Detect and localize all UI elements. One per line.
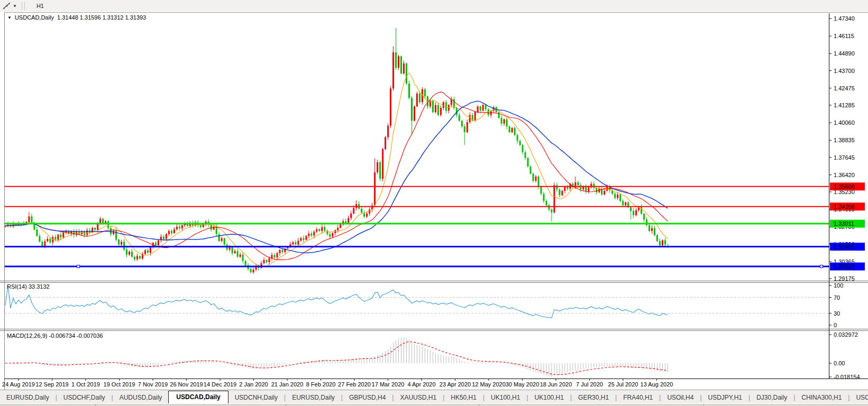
candle-body [443,102,444,108]
top-toolbar: ▼ M1M5M15M30H1H4D1W1MN [0,0,868,12]
candle-body [619,195,621,201]
date-label: 21 Jan 2020 [271,381,304,387]
price-line-badge-label: 1.33011 [834,220,854,227]
candle-body [543,194,545,201]
candle-body [448,105,450,111]
candle-body [400,57,402,74]
date-label: 1 Oct 2019 [71,381,100,387]
hline-handle[interactable] [820,265,823,268]
candle-body [62,233,64,237]
candle-body [310,234,312,236]
price-tick-label: 1.41285 [834,102,855,108]
candle-body [641,207,642,214]
candle-body [509,126,510,132]
tab-eurusd-daily[interactable]: EURUSD,Daily [286,392,341,404]
candle-body [467,122,468,132]
tab-gbpusd-h4[interactable]: GBPUSD,H4 [343,392,392,404]
price-line-badge-label: 1.30022 [834,263,855,270]
candle-body [31,216,32,222]
candle-body [546,201,547,205]
candle-body [559,189,560,195]
tab-usdjpy-h1[interactable]: USDJPY,H1 [702,392,748,404]
chart-canvas[interactable]: 1.473401.461151.448901.437001.424751.412… [0,12,868,390]
candle-body [303,238,304,240]
tab-usoil-h4[interactable]: USOil,H4 [661,392,700,404]
timeframe-button-h1[interactable]: H1 [30,1,54,11]
tab-uk100-h1[interactable]: UK100,H1 [528,392,570,404]
candle-body [242,255,244,261]
candle-body [147,251,149,253]
candle-body [110,228,112,234]
candle-body [282,250,284,252]
candle-body [245,261,246,265]
tab-usoil-h1[interactable]: USOil,H1 [849,392,868,404]
candle-body [501,118,502,124]
candle-body [107,222,109,228]
candle-body [432,101,434,113]
candle-body [369,209,370,214]
candle-body [47,239,48,242]
candle-body [253,270,254,272]
trendline-tool-button[interactable]: ▼ [1,2,19,11]
candle-body [464,126,465,132]
candle-body [266,260,268,262]
macd-indicator-label: MACD(12,26,9) -0.006734 -0.007036 [7,333,103,339]
candle-body [522,145,524,152]
candle-body [297,241,299,244]
price-tick-label: 1.29175 [834,275,855,282]
candle-body [593,184,595,188]
tab-eurusd-daily[interactable]: EURUSD,Daily [0,392,56,404]
tab-dj30-daily[interactable]: DJ30,Daily [750,392,793,404]
status-divider [286,404,286,406]
tab-xauusd-h1[interactable]: XAUUSD,H1 [394,392,443,404]
date-label: 30 May 2020 [506,381,540,387]
candle-body [340,225,341,228]
candle-body [379,162,381,179]
candle-body [200,225,202,227]
trendline-tool-icon [3,2,11,10]
macd-tick-label: 0.00 [834,360,845,366]
candle-body [485,105,487,109]
candle-body [94,228,96,230]
symbol-dropdown-icon[interactable]: ▼ [7,15,12,20]
candle-body [445,102,447,110]
candle-body [654,228,655,236]
candle-body [514,128,516,135]
candle-body [279,250,281,253]
candle-body [648,225,650,231]
candle-body [596,188,597,192]
tab-audusd-daily[interactable]: AUDUSD,Daily [113,392,169,404]
candle-body [474,112,476,121]
candle-body [419,94,421,102]
candle-body [408,84,410,98]
candle-body [556,185,558,189]
candle-body [269,258,270,262]
tab-ger30-h1[interactable]: GER30,H1 [572,392,615,404]
tab-uk100-h1[interactable]: UK100,H1 [485,392,526,404]
date-label: 18 Jun 2020 [540,381,572,387]
candle-body [630,207,632,211]
chart-tab-bar: EURUSD,Daily|USDCHF,Daily|AUDUSD,DailyUS… [0,390,868,404]
candle-body [155,243,157,245]
tab-usdcad-daily[interactable]: USDCAD,Daily [168,391,228,404]
tab-fra40-h1[interactable]: FRA40,H1 [617,392,659,404]
candle-body [385,137,386,150]
tab-hk50-h1[interactable]: HK50,H1 [444,392,483,404]
candle-body [329,234,331,237]
toolbar-grip[interactable] [22,2,25,10]
price-line-badge-label: 1.34206 [834,204,855,210]
tab-usdchf-daily[interactable]: USDCHF,Daily [57,392,112,404]
candle-body [538,177,540,187]
hline-handle[interactable] [77,265,80,268]
candle-body [60,235,61,237]
chevron-down-icon[interactable]: ▼ [13,4,17,8]
tab-usdcnh-daily[interactable]: USDCNH,Daily [229,392,284,404]
price-tick-label: 1.36420 [834,172,855,178]
price-tick-label: 1.47340 [834,15,855,22]
candle-body [57,235,59,240]
candle-body [305,236,307,239]
candle-body [659,241,661,245]
candle-body [221,238,223,241]
tab-china300-h1[interactable]: CHINA300,H1 [795,392,848,404]
candle-body [553,185,555,213]
